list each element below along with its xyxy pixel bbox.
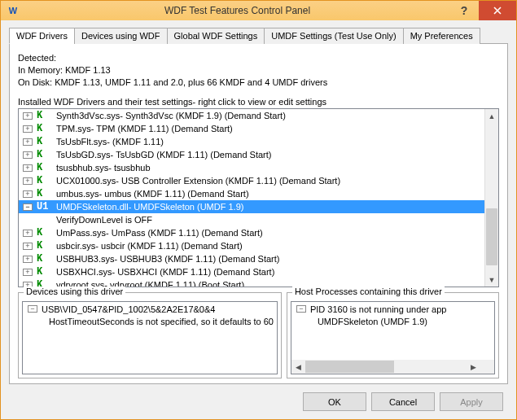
driver-row[interactable]: +KUmPass.sys- UmPass (KMDF 1.11) (Demand… — [19, 226, 484, 239]
scroll-corner — [480, 360, 494, 374]
kmdf-badge-icon: K — [37, 227, 51, 238]
titlebar: W WDF Test Features Control Panel ? — [1, 1, 516, 20]
host-item: PID 3160 is not running under app — [310, 304, 447, 316]
kmdf-badge-icon: K — [37, 175, 51, 186]
tree-expand-icon[interactable]: + — [23, 230, 33, 237]
close-icon — [493, 7, 502, 15]
detected-disk: On Disk: KMDF 1.13, UMDF 1.11 and 2.0, p… — [18, 77, 499, 89]
kmdf-badge-icon: K — [37, 266, 51, 278]
tree-expand-icon[interactable]: + — [23, 151, 33, 159]
tab-devices-using-wdf[interactable]: Devices using WDF — [74, 28, 168, 44]
scroll-up-icon[interactable]: ▲ — [485, 109, 498, 123]
help-button[interactable]: ? — [449, 1, 479, 20]
tree-expand-icon[interactable]: + — [23, 177, 33, 185]
kmdf-badge-icon: K — [37, 240, 51, 252]
driver-row[interactable]: +Kvdrvroot.sys- vdrvroot (KMDF 1.11) (Bo… — [19, 278, 484, 287]
dialog-buttons: OK Cancel Apply — [9, 384, 508, 411]
scroll-thumb[interactable] — [486, 208, 497, 265]
driver-text: TsUsbGD.sys- TsUsbGD (KMDF 1.11) (Demand… — [56, 150, 271, 160]
tree-collapse-icon[interactable]: − — [296, 305, 306, 313]
driver-row[interactable]: +KTPM.sys- TPM (KMDF 1.11) (Demand Start… — [19, 122, 484, 135]
driver-list-label: Installed WDF Drivers and their test set… — [18, 97, 499, 107]
scroll-left-icon[interactable]: ◀ — [291, 360, 305, 374]
driver-row[interactable]: +KTsUsbFlt.sys- (KMDF 1.11) — [19, 135, 484, 148]
driver-text: vdrvroot.sys- vdrvroot (KMDF 1.11) (Boot… — [56, 280, 244, 287]
driver-row[interactable]: +KTsUsbGD.sys- TsUsbGD (KMDF 1.11) (Dema… — [19, 148, 484, 161]
tree-collapse-icon[interactable]: − — [23, 203, 33, 211]
detected-heading: Detected: — [18, 52, 499, 64]
detected-memory: In Memory: KMDF 1.13 — [18, 64, 499, 77]
driver-row[interactable]: +Ktsusbhub.sys- tsusbhub — [19, 161, 484, 174]
driver-text: Synth3dVsc.sys- Synth3dVsc (KMDF 1.9) (D… — [56, 111, 286, 120]
tab-strip: WDF DriversDevices using WDFGlobal WDF S… — [9, 28, 508, 44]
detected-block: Detected: In Memory: KMDF 1.13 On Disk: … — [18, 52, 499, 89]
kmdf-badge-icon: K — [37, 110, 51, 121]
driver-text: UmPass.sys- UmPass (KMDF 1.11) (Demand S… — [56, 228, 263, 238]
tab-my-preferences[interactable]: My Preferences — [403, 28, 480, 44]
vertical-scrollbar[interactable]: ▲ ▼ — [484, 109, 498, 287]
tree-expand-icon[interactable]: + — [23, 164, 33, 172]
host-detail: UMDFSkeleton (UMDF 1.9) — [293, 316, 493, 328]
driver-text: TPM.sys- TPM (KMDF 1.11) (Demand Start) — [56, 124, 233, 133]
tab-body: Detected: In Memory: KMDF 1.13 On Disk: … — [9, 43, 508, 384]
tree-expand-icon[interactable]: + — [23, 243, 33, 250]
hosts-legend: Host Processes containing this driver — [292, 287, 445, 296]
driver-text: UCX01000.sys- USB Controller Extension (… — [56, 176, 340, 186]
kmdf-badge-icon: K — [37, 149, 51, 160]
driver-text: UMDFSkeleton.dll- UMDFSkeleton (UMDF 1.9… — [56, 202, 243, 212]
driver-text: USBXHCI.sys- USBXHCI (KMDF 1.11) (Demand… — [56, 267, 274, 277]
scroll-down-icon[interactable]: ▼ — [485, 273, 498, 287]
hosts-list[interactable]: − PID 3160 is not running under app UMDF… — [291, 301, 495, 374]
driver-row[interactable]: +KSynth3dVsc.sys- Synth3dVsc (KMDF 1.9) … — [19, 109, 484, 122]
apply-button[interactable]: Apply — [440, 392, 503, 411]
kmdf-badge-icon: K — [37, 253, 51, 265]
device-detail: HostTimeoutSeconds is not specified, so … — [24, 316, 275, 328]
tree-expand-icon[interactable]: + — [23, 112, 33, 120]
tree-expand-icon[interactable]: + — [23, 256, 33, 263]
umdf-badge-icon: U1 — [37, 201, 51, 212]
driver-text: TsUsbFlt.sys- (KMDF 1.11) — [56, 137, 164, 147]
cancel-button[interactable]: Cancel — [371, 392, 435, 411]
driver-text: VerifyDownLevel is OFF — [56, 215, 152, 225]
horizontal-scrollbar[interactable]: ◀ ▶ — [291, 360, 480, 374]
tab-wdf-drivers[interactable]: WDF Drivers — [9, 28, 75, 44]
device-item: USB\VID_0547&PID_1002\5&2A2E17&0&4 — [42, 304, 215, 316]
hscroll-thumb[interactable] — [305, 361, 394, 373]
tab-global-wdf-settings[interactable]: Global WDF Settings — [167, 28, 265, 44]
kmdf-badge-icon: K — [37, 136, 51, 147]
tree-expand-icon[interactable]: + — [23, 269, 33, 276]
kmdf-badge-icon: K — [37, 123, 51, 134]
driver-row[interactable]: +Kumbus.sys- umbus (KMDF 1.11) (Demand S… — [19, 187, 484, 200]
tree-expand-icon[interactable]: + — [23, 125, 33, 133]
driver-row[interactable]: +KUSBHUB3.sys- USBHUB3 (KMDF 1.11) (Dema… — [19, 252, 484, 265]
scroll-right-icon[interactable]: ▶ — [467, 360, 480, 374]
driver-text: usbcir.sys- usbcir (KMDF 1.11) (Demand S… — [56, 241, 243, 251]
ok-button[interactable]: OK — [303, 392, 366, 411]
driver-text: tsusbhub.sys- tsusbhub — [56, 163, 151, 173]
tree-collapse-icon[interactable]: − — [28, 305, 37, 313]
tree-expand-icon[interactable]: + — [23, 138, 33, 146]
driver-child-row[interactable]: VerifyDownLevel is OFF — [19, 213, 484, 226]
tab-umdf-settings-test-use-only[interactable]: UMDF Settings (Test Use Only) — [264, 28, 403, 44]
devices-group: Devices using this driver − USB\VID_0547… — [18, 292, 282, 378]
hosts-group: Host Processes containing this driver − … — [287, 292, 499, 378]
kmdf-badge-icon: K — [37, 162, 51, 173]
close-button[interactable] — [479, 1, 516, 20]
driver-row[interactable]: +Kusbcir.sys- usbcir (KMDF 1.11) (Demand… — [19, 239, 484, 252]
driver-list[interactable]: +KSynth3dVsc.sys- Synth3dVsc (KMDF 1.9) … — [18, 108, 499, 287]
driver-row[interactable]: +KUSBXHCI.sys- USBXHCI (KMDF 1.11) (Dema… — [19, 265, 484, 278]
driver-row[interactable]: +KUCX01000.sys- USB Controller Extension… — [19, 174, 484, 187]
devices-list[interactable]: − USB\VID_0547&PID_1002\5&2A2E17&0&4 Hos… — [22, 301, 278, 374]
kmdf-badge-icon: K — [37, 279, 51, 287]
driver-text: umbus.sys- umbus (KMDF 1.11) (Demand Sta… — [56, 189, 249, 199]
app-icon: W — [6, 3, 20, 18]
tree-expand-icon[interactable]: + — [23, 190, 33, 198]
devices-legend: Devices using this driver — [24, 287, 125, 296]
window-title: WDF Test Features Control Panel — [25, 5, 449, 16]
kmdf-badge-icon: K — [37, 188, 51, 199]
driver-text: USBHUB3.sys- USBHUB3 (KMDF 1.11) (Demand… — [56, 254, 279, 264]
driver-row[interactable]: −U1UMDFSkeleton.dll- UMDFSkeleton (UMDF … — [19, 200, 484, 213]
